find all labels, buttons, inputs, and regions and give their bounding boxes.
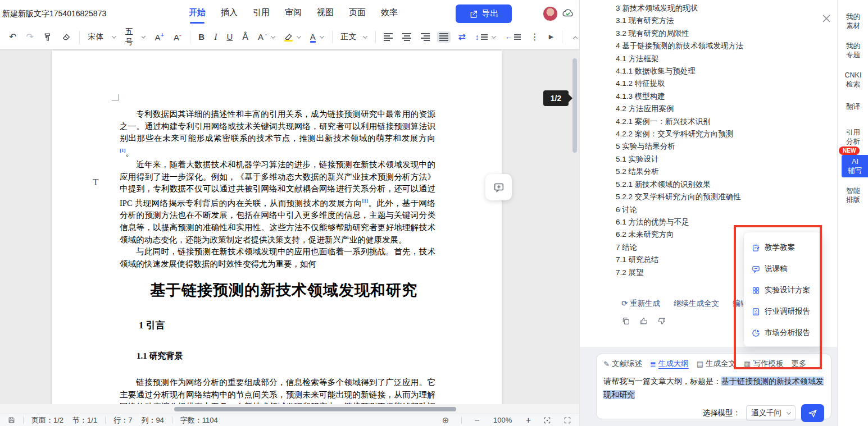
cloud-sync-icon[interactable] [562, 8, 574, 18]
continue-full-text-button[interactable]: 继续生成全文 [674, 299, 719, 309]
prompt-input[interactable]: 请帮我写一篇文章大纲，标题是：基于链接预测的新技术领域发现和研究 [603, 374, 824, 401]
distribute-button[interactable]: ⇄ [456, 31, 467, 43]
undo-button[interactable]: ↶ [7, 31, 19, 43]
sidebar-item-my-topics[interactable]: 我的 专题 [838, 42, 868, 59]
collapse-ribbon-button[interactable] [569, 34, 579, 40]
sidebar-item-translate[interactable]: 翻译 [838, 102, 868, 111]
tab-generate-fulltext[interactable]: ▤ 生成全文 [697, 359, 736, 370]
phonetic-guide-button[interactable]: Â [240, 31, 251, 43]
send-button[interactable] [801, 404, 824, 422]
tab-view[interactable]: 视图 [317, 7, 334, 22]
tab-review[interactable]: 审阅 [285, 7, 302, 22]
underline-button[interactable]: U [225, 30, 235, 43]
sidebar-item-my-materials[interactable]: 我的 素材 [838, 12, 868, 30]
outline-item[interactable]: 4.2.1 案例一：新兴技术识别 [616, 116, 807, 128]
menu-item-industry-report[interactable]: 行业调研报告 [744, 301, 822, 322]
outline-item[interactable]: 4.1.2 特征提取 [616, 77, 807, 90]
text-effects-button[interactable]: A’ [256, 31, 277, 43]
sidebar-item-citation-analysis[interactable]: 引用 分析 [838, 128, 868, 146]
sidebar-item-smart-layout[interactable]: 智能 排版 [838, 186, 868, 204]
italic-button[interactable]: I [212, 30, 219, 44]
export-button[interactable]: 导出 [456, 4, 512, 23]
outline-item[interactable]: 3.1 现有研究方法 [616, 15, 807, 27]
decrease-font-button[interactable]: A- [171, 30, 184, 43]
citation-superscript[interactable]: [1] [362, 198, 369, 204]
format-painter-button[interactable] [41, 31, 54, 43]
align-center-button[interactable] [400, 31, 413, 43]
outline-item[interactable]: 4.1.1 数据收集与预处理 [616, 65, 807, 77]
horizontal-scrollbar-track[interactable] [0, 404, 579, 414]
outline-item[interactable]: 6.1 方法的优势与不足 [616, 216, 807, 228]
more-options-button[interactable]: ⋮ [528, 31, 542, 43]
font-color-button[interactable]: A [308, 31, 326, 43]
status-wordcount[interactable]: 字数：1104 [180, 415, 218, 425]
highlight-color-button[interactable] [282, 31, 303, 42]
outline-item[interactable]: 5.2.1 新技术领域的识别效果 [616, 178, 807, 191]
redo-button[interactable]: ↷ [24, 31, 35, 43]
thumbs-down-icon[interactable] [657, 317, 666, 326]
status-section[interactable]: 节：1/1 [72, 415, 97, 425]
tab-more[interactable]: 更多 [791, 359, 806, 370]
align-right-button[interactable] [419, 31, 432, 43]
status-page[interactable]: 页面：1/2 [31, 415, 63, 425]
vertical-scrollbar[interactable] [572, 58, 577, 153]
composer-footer: 选择模型： 通义千问 [603, 404, 824, 422]
add-comment-button[interactable] [485, 174, 512, 200]
language-globe-icon[interactable]: ⊕ [442, 415, 449, 425]
run-button[interactable]: ▶ [547, 32, 556, 42]
outline-item[interactable]: 5.1 实验设计 [616, 153, 807, 166]
zoom-out-button[interactable]: − [474, 415, 479, 425]
copy-icon[interactable] [621, 317, 630, 326]
outline-item[interactable]: 4.2 方法应用案例 [616, 103, 807, 115]
font-size-select[interactable]: 五号 [123, 25, 148, 49]
regenerate-button[interactable]: ⟳ 重新生成 [621, 299, 660, 309]
bold-button[interactable]: B [196, 30, 207, 43]
sidebar-item-ai-writing[interactable]: AI 辅写 [842, 155, 868, 177]
outline-item[interactable]: 6 讨论 [616, 204, 807, 216]
align-left-button[interactable] [381, 31, 395, 43]
outline-item[interactable]: 3.2 现有研究的局限性 [616, 28, 807, 40]
outline-item[interactable]: 3 新技术领域发现的现状 [616, 2, 807, 15]
document-canvas[interactable]: 专利数据因其详细的描述性和丰富的引用关系，成为链接预测研究中最常用的资源之一。通… [0, 49, 579, 404]
zoom-in-button[interactable]: + [526, 415, 531, 425]
fit-page-icon[interactable] [543, 416, 551, 424]
line-spacing-button[interactable]: ↕ [473, 31, 498, 43]
tab-literature-review[interactable]: ✎ 文献综述 [603, 359, 642, 370]
horizontal-scrollbar-thumb[interactable] [174, 407, 456, 411]
outline-item[interactable]: 4.1.3 模型构建 [616, 90, 807, 103]
tab-page[interactable]: 页面 [349, 7, 366, 22]
tab-efficiency[interactable]: 效率 [381, 7, 398, 22]
citation-superscript[interactable]: [1] [120, 148, 126, 153]
outline-item[interactable]: 4.2.2 案例：交叉学科研究方向预测 [616, 128, 807, 140]
zoom-level[interactable]: 100% [492, 416, 513, 424]
sidebar-item-cnki-search[interactable]: CNKI 检索 [838, 71, 868, 89]
close-panel-icon[interactable] [822, 14, 831, 23]
font-family-select[interactable]: 宋体 [86, 30, 118, 44]
thumbs-up-icon[interactable] [639, 317, 648, 326]
document-page[interactable]: 专利数据因其详细的描述性和丰富的引用关系，成为链接预测研究中最常用的资源之一。通… [52, 51, 502, 404]
eraser-button[interactable] [60, 31, 73, 43]
outline-item[interactable]: 4.1 方法框架 [616, 53, 807, 65]
outline-item[interactable]: 4 基于链接预测的新技术领域发现方法 [616, 40, 807, 52]
tab-writing-template[interactable]: ▦ 写作模板 [744, 359, 783, 370]
document-text[interactable]: 专利数据因其详细的描述性和丰富的引用关系，成为链接预测研究中最常用的资源之一。通… [120, 108, 435, 404]
tab-insert[interactable]: 插入 [221, 7, 238, 22]
menu-item-lecture-script[interactable]: 说课稿 [744, 258, 822, 280]
tab-home[interactable]: 开始 [189, 7, 206, 22]
outline-item[interactable]: 5.2 结果分析 [616, 166, 807, 178]
fullscreen-icon[interactable] [563, 416, 571, 424]
menu-item-market-analysis[interactable]: 市场分析报告 [744, 322, 822, 343]
outline-item[interactable]: 5.2.2 交叉学科研究方向的预测准确性 [616, 191, 807, 203]
model-select[interactable]: 通义千问 [746, 405, 796, 421]
paragraph-style-select[interactable]: 正文 [338, 30, 369, 44]
menu-item-experiment-design[interactable]: 实验设计方案 [744, 280, 822, 301]
outline-item[interactable]: 5 实验与结果分析 [616, 140, 807, 153]
tab-reference[interactable]: 引用 [253, 7, 270, 22]
indent-button[interactable]: ← [503, 31, 523, 42]
tab-generate-outline[interactable]: ≣ 生成大纲 [650, 359, 689, 370]
save-icon[interactable] [8, 416, 15, 424]
align-justify-button[interactable] [437, 31, 451, 43]
user-avatar[interactable] [543, 6, 558, 21]
menu-item-teaching-plan[interactable]: 教学教案 [744, 237, 822, 258]
increase-font-button[interactable]: A+ [152, 30, 166, 43]
